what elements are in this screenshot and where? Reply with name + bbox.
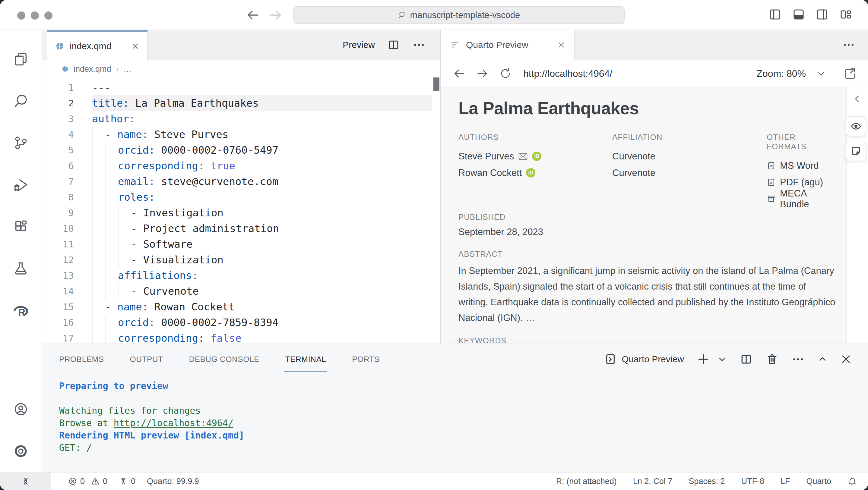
code-line[interactable]: 11 - Software [42,236,440,252]
search-sidebar-icon[interactable] [0,80,42,122]
code-line[interactable]: 17 corresponding: false [42,330,440,344]
eol-status[interactable]: LF [780,477,790,486]
code-line[interactable]: 1--- [42,79,440,95]
account-icon[interactable] [0,388,42,430]
breadcrumb-more[interactable]: … [123,64,131,74]
terminal-instance-label[interactable]: Quarto Preview [622,354,684,364]
command-center-search[interactable]: manuscript-template-vscode [293,6,625,24]
editor-more-actions-icon[interactable] [412,38,426,52]
explorer-icon[interactable] [0,38,42,80]
code-line[interactable]: 3author: [42,111,440,127]
code-line[interactable]: 5 orcid: 0000-0002-0760-5497 [42,142,440,158]
new-terminal-plus-icon[interactable] [697,353,710,366]
webview-reload-icon[interactable] [499,67,512,80]
maximize-panel-chevron-icon[interactable] [817,354,828,364]
code-line[interactable]: 10 - Project administration [42,221,440,236]
tab-index-qmd[interactable]: index.qmd [47,30,148,60]
format-label[interactable]: PDF (agu) [780,177,823,188]
breadcrumb-file[interactable]: index.qmd [73,64,111,74]
webview-url[interactable]: http://localhost:4964/ [523,68,612,79]
language-mode-status[interactable]: Quarto [806,477,831,486]
split-editor-icon[interactable] [387,38,400,52]
traffic-light-minimize[interactable] [31,11,39,20]
code-line[interactable]: 12 - Visualization [42,252,440,268]
terminal-output[interactable]: Preparing to preview Watching files for … [59,380,856,472]
webview-forward-icon[interactable] [476,67,490,80]
note-page-icon[interactable] [846,141,866,161]
history-back-icon[interactable] [245,7,260,23]
code-line[interactable]: 14 - Curvenote [42,283,440,299]
code-line[interactable]: 13 affiliations: [42,268,440,283]
code-editor[interactable]: 1---2title: La Palma Earthquakes3author:… [42,78,440,344]
chevron-down-icon[interactable] [815,68,826,79]
orcid-icon[interactable]: iD [532,152,541,161]
r-language-icon[interactable]: R [0,289,42,331]
toggle-secondary-sidebar-icon[interactable] [815,7,829,22]
archive-box-icon [767,194,776,203]
traffic-light-zoom[interactable] [44,11,53,20]
line-number: 12 [42,252,74,268]
email-icon[interactable] [518,152,528,161]
tab-problems[interactable]: PROBLEMS [59,344,104,374]
collapse-left-icon[interactable] [852,93,863,104]
history-forward-icon[interactable] [268,7,283,23]
terminal-link[interactable]: http://localhost:4964/ [114,418,234,428]
code-line[interactable]: 2title: La Palma Earthquakes [42,95,440,111]
testing-icon[interactable] [0,248,42,289]
quarto-file-icon [55,41,64,51]
indentation-status[interactable]: Spaces: 2 [688,477,725,486]
terminal-line: Browse at http://localhost:4964/ [59,417,856,429]
run-debug-icon[interactable] [0,164,42,205]
toggle-panel-icon[interactable] [792,7,806,22]
code-line[interactable]: 4 - name: Steve Purves [42,127,440,142]
tab-quarto-preview[interactable]: Quarto Preview [441,30,575,60]
tab-output[interactable]: OUTPUT [130,344,163,374]
quarto-version-status[interactable]: Quarto: 99.9.9 [147,477,199,486]
open-external-icon[interactable] [843,67,857,80]
webview-back-icon[interactable] [452,67,466,80]
orcid-icon[interactable]: iD [526,168,535,177]
tab-close-icon[interactable] [131,42,140,50]
code-line[interactable]: 16 orcid: 0000-0002-7859-8394 [42,315,440,330]
zoom-level[interactable]: Zoom: 80% [756,68,806,79]
toggle-primary-sidebar-icon[interactable] [768,7,782,22]
kill-terminal-trash-icon[interactable] [766,353,779,366]
preview-more-actions-icon[interactable] [842,38,868,52]
code-line[interactable]: 8 roles: [42,189,440,205]
problems-status[interactable]: 0 0 [68,477,107,486]
close-panel-icon[interactable] [840,354,852,365]
toggle-visibility-eye-icon[interactable] [846,116,866,136]
code-line[interactable]: 7 email: steve@curvenote.com [42,173,440,189]
remote-indicator-icon[interactable] [0,472,51,490]
terminal-instance[interactable]: Quarto Preview [604,353,684,365]
format-label[interactable]: MS Word [780,160,819,171]
ports-status[interactable]: 0 [119,477,135,486]
encoding-status[interactable]: UTF-8 [741,477,764,486]
preview-button[interactable]: Preview [343,40,375,50]
r-status[interactable]: R: (not attached) [556,477,617,486]
cursor-position-status[interactable]: Ln 2, Col 7 [633,477,673,486]
line-number: 1 [42,79,74,95]
terminal-dropdown-chevron-icon[interactable] [717,354,727,364]
code-line[interactable]: 6 corresponding: true [42,158,440,173]
split-terminal-icon[interactable] [740,353,753,366]
customize-layout-icon[interactable] [838,7,853,22]
settings-gear-icon[interactable] [0,430,42,472]
tab-debug-console[interactable]: DEBUG CONSOLE [189,344,259,374]
notifications-bell-icon[interactable] [847,477,857,486]
traffic-light-close[interactable] [17,11,25,20]
tab-ports[interactable]: PORTS [352,344,380,374]
format-label[interactable]: MECA Bundle [780,188,829,210]
extensions-icon[interactable] [0,205,42,248]
format-link[interactable]: MECA Bundle [767,191,829,207]
breadcrumb[interactable]: index.qmd › … [42,60,440,78]
panel-more-actions-icon[interactable] [792,353,805,366]
tab-close-icon[interactable] [557,41,565,49]
terminal-line: Rendering HTML preview [index.qmd] [59,429,856,442]
source-control-icon[interactable] [0,122,42,164]
code-line[interactable]: 15 - name: Rowan Cockett [42,299,440,315]
tab-terminal[interactable]: TERMINAL [285,344,326,374]
code-lines: 1---2title: La Palma Earthquakes3author:… [42,79,440,344]
format-link[interactable]: W MS Word [767,157,829,174]
code-line[interactable]: 9 - Investigation [42,205,440,221]
